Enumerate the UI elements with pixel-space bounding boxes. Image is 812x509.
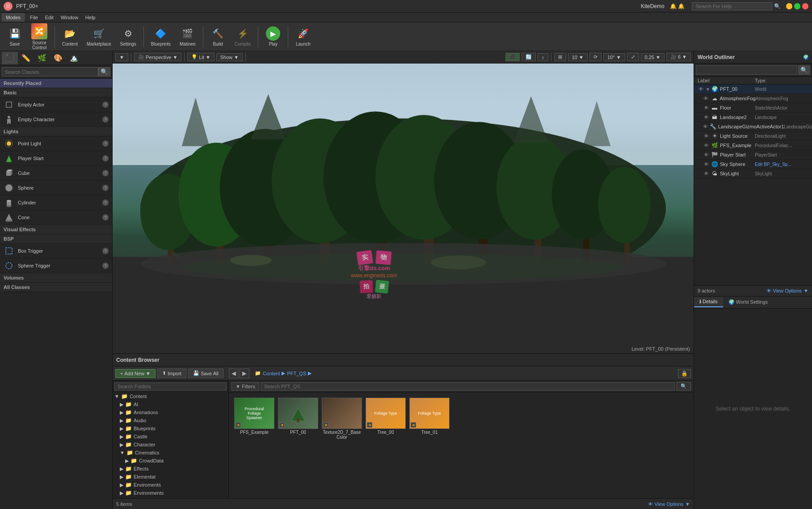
show-btn[interactable]: Show ▼ bbox=[216, 53, 243, 61]
viewport-dropdown[interactable]: ▼ bbox=[115, 53, 128, 61]
eye-pfs[interactable]: 👁 bbox=[703, 142, 709, 148]
cylinder-info[interactable]: ? bbox=[102, 199, 109, 206]
item-cone[interactable]: Cone ? bbox=[0, 210, 112, 225]
sphere-info[interactable]: ? bbox=[102, 185, 109, 191]
save-all-button[interactable]: 💾 Save All bbox=[188, 369, 223, 378]
eye-landscape2[interactable]: 👁 bbox=[703, 114, 709, 120]
eye-floor[interactable]: 👁 bbox=[703, 105, 709, 111]
import-button[interactable]: ⬆ Import bbox=[157, 369, 186, 378]
empty-actor-info[interactable]: ? bbox=[102, 102, 109, 108]
eye-skysphere[interactable]: 👁 bbox=[703, 161, 709, 167]
mode-brush[interactable]: ✏️ bbox=[18, 52, 34, 64]
item-box-trigger[interactable]: Box Trigger ? bbox=[0, 244, 112, 259]
tab-details[interactable]: ℹ Details bbox=[694, 297, 723, 307]
modes-button[interactable]: Modes bbox=[2, 13, 25, 21]
content-button[interactable]: 📂 Content bbox=[59, 25, 81, 48]
translate-btn[interactable]: ⬛ bbox=[505, 53, 520, 61]
cat-visual-effects[interactable]: Visual Effects bbox=[0, 225, 112, 234]
item-player-start[interactable]: Player Start ? bbox=[0, 151, 112, 166]
matinee-button[interactable]: 🎬 Matinee bbox=[176, 25, 199, 48]
compile-button[interactable]: ⚡ Compile bbox=[231, 25, 255, 48]
eye-playerstart[interactable]: 👁 bbox=[703, 152, 709, 158]
folder-enviroments[interactable]: ▶ 📁 Enviroments bbox=[113, 481, 228, 489]
folder-content[interactable]: ▼ 📁 Content bbox=[113, 392, 228, 400]
cb-back-button[interactable]: ◀ bbox=[229, 369, 239, 378]
add-new-button[interactable]: + Add New ▼ bbox=[115, 369, 156, 378]
outliner-item-landgizmo[interactable]: 👁 🔧 LandscapeGizmoActiveActor1 Landscape… bbox=[694, 122, 812, 131]
outliner-item-floor[interactable]: 👁 ▬ Floor StaticMeshActor bbox=[694, 103, 812, 113]
marketplace-button[interactable]: 🛒 Marketplace bbox=[83, 25, 114, 48]
folder-cinematics[interactable]: ▼ 📁 Cinematics bbox=[113, 449, 228, 457]
mode-select[interactable]: ⬛ bbox=[2, 52, 18, 64]
scale-size[interactable]: 0.25 ▼ bbox=[641, 53, 665, 61]
mode-paint[interactable]: 🎨 bbox=[50, 52, 66, 64]
cb-item-tree00[interactable]: ★ Foliage Type Tree_00 bbox=[366, 398, 406, 440]
eye-landgizmo[interactable]: 👁 bbox=[703, 123, 708, 130]
play-button[interactable]: ▶ Play bbox=[262, 25, 284, 48]
cb-search-input[interactable] bbox=[261, 382, 675, 390]
item-sphere-trigger[interactable]: Sphere Trigger ? bbox=[0, 259, 112, 273]
source-control-button[interactable]: 🔀 SourceControl bbox=[28, 21, 51, 52]
cb-view-options[interactable]: 👁 View Options ▼ bbox=[648, 501, 690, 507]
class-search-input[interactable] bbox=[2, 67, 98, 76]
outliner-item-atmfog[interactable]: 👁 ☁ AtmosphericFog AtmosphericFog bbox=[694, 94, 812, 103]
cb-search-button[interactable]: 🔍 bbox=[677, 382, 691, 390]
eye-skylight[interactable]: 👁 bbox=[703, 170, 709, 177]
minimize-button[interactable] bbox=[786, 3, 792, 9]
lit-btn[interactable]: 💡 Lit ▼ bbox=[187, 53, 215, 61]
maximize-button[interactable] bbox=[794, 3, 800, 9]
item-cube[interactable]: Cube ? bbox=[0, 166, 112, 181]
item-sphere[interactable]: Sphere ? bbox=[0, 181, 112, 195]
cat-volumes[interactable]: Volumes bbox=[0, 273, 112, 283]
outliner-search-input[interactable] bbox=[696, 65, 797, 75]
outliner-item-landscape2[interactable]: 👁 🏔 Landscape2 Landscape bbox=[694, 113, 812, 122]
item-cylinder[interactable]: Cylinder ? bbox=[0, 195, 112, 210]
item-empty-character[interactable]: Empty Character ? bbox=[0, 112, 112, 127]
folder-search-input[interactable] bbox=[114, 382, 227, 390]
rotate-btn[interactable]: 🔄 bbox=[522, 53, 536, 61]
player-start-info[interactable]: ? bbox=[102, 155, 109, 161]
grid-size[interactable]: 10 ▼ bbox=[568, 53, 588, 61]
outliner-col-type[interactable]: Type bbox=[755, 78, 808, 83]
build-button[interactable]: 🔨 Build bbox=[207, 25, 229, 48]
mode-foliage[interactable]: 🌿 bbox=[34, 52, 50, 64]
item-empty-actor[interactable]: Empty Actor ? bbox=[0, 98, 112, 112]
outliner-item-lightsource[interactable]: 👁 ☀ Light Source DirectionalLight bbox=[694, 131, 812, 141]
outliner-item-skysphere[interactable]: 👁 🌐 Sky Sphere Edit BP_Sky_Sp... bbox=[694, 160, 812, 169]
outliner-col-label[interactable]: Label bbox=[698, 78, 755, 83]
outliner-item-pfs[interactable]: 👁 🌿 PFS_Example ProceduralFoliac... bbox=[694, 141, 812, 150]
cat-lights[interactable]: Lights bbox=[0, 127, 112, 136]
eye-atmfog[interactable]: 👁 bbox=[703, 95, 709, 102]
menu-window[interactable]: Window bbox=[57, 14, 82, 21]
mode-geometry[interactable]: 🏔️ bbox=[66, 52, 82, 64]
eye-lightsource[interactable]: 👁 bbox=[703, 133, 709, 139]
tab-world-settings[interactable]: 🌍 World Settings bbox=[723, 297, 773, 307]
outliner-view-options[interactable]: 👁 View Options ▼ bbox=[766, 288, 809, 293]
cube-info[interactable]: ? bbox=[102, 170, 109, 176]
folder-environments[interactable]: ▶ 📁 Environments bbox=[113, 489, 228, 497]
perspective-btn[interactable]: 🎥 Perspective ▼ bbox=[134, 53, 181, 61]
cb-item-pfs-example[interactable]: ★ ProceduralFoliageSpawner PFS_Example bbox=[234, 398, 274, 440]
close-button[interactable] bbox=[802, 3, 808, 9]
cat-bsp[interactable]: BSP bbox=[0, 234, 112, 244]
scale-snap-btn[interactable]: ⤢ bbox=[627, 53, 639, 61]
folder-effects[interactable]: ▶ 📁 Effects bbox=[113, 465, 228, 473]
blueprints-button[interactable]: 🔷 Blueprints bbox=[147, 25, 174, 48]
cat-all-classes[interactable]: All Classes bbox=[0, 283, 112, 292]
sphere-trigger-info[interactable]: ? bbox=[102, 263, 109, 269]
outliner-item-skylight[interactable]: 👁 🌤 SkyLight SkyLight bbox=[694, 169, 812, 178]
cone-info[interactable]: ? bbox=[102, 214, 109, 221]
camera-speed[interactable]: 🎥 6 ▼ bbox=[666, 53, 691, 61]
folder-crowddata[interactable]: ▶ 📁 CrowdData bbox=[113, 457, 228, 465]
viewport[interactable]: 实 物 引擎ds.com www.engineds.com 拍 摄 爱摄影 Le… bbox=[113, 64, 694, 353]
cat-recently-placed[interactable]: Recently Placed bbox=[0, 79, 112, 88]
point-light-info[interactable]: ? bbox=[102, 140, 109, 147]
folder-character[interactable]: ▶ 📁 Character bbox=[113, 441, 228, 449]
save-button[interactable]: 💾 Save bbox=[4, 25, 26, 48]
menu-file[interactable]: File bbox=[26, 14, 42, 21]
folder-blueprints[interactable]: ▶ 📁 Blueprints bbox=[113, 424, 228, 433]
rot-snap-btn[interactable]: ⟳ bbox=[589, 53, 602, 61]
folder-castle[interactable]: ▶ 📁 Castle bbox=[113, 433, 228, 441]
box-trigger-info[interactable]: ? bbox=[102, 248, 109, 254]
folder-animations[interactable]: ▶ 📁 Animations bbox=[113, 408, 228, 416]
